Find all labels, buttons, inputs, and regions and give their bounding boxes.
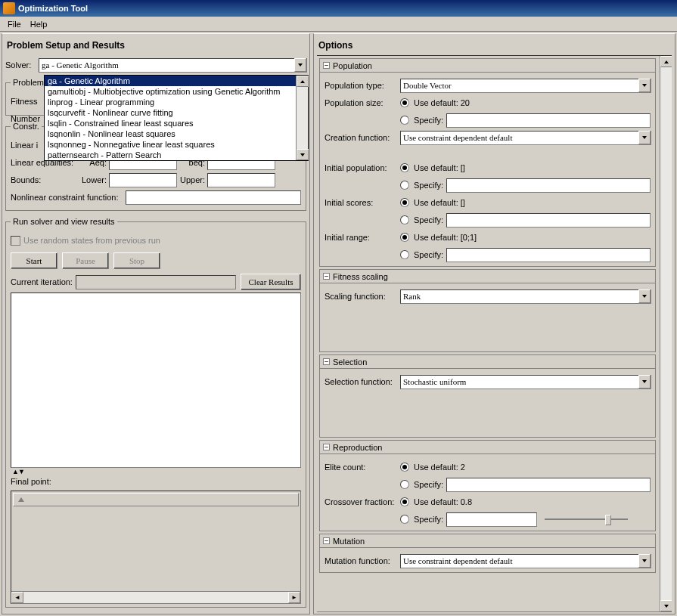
solver-option-linprog[interactable]: linprog - Linear programming (45, 97, 308, 107)
selection-combo[interactable] (400, 375, 651, 389)
elite-default-radio[interactable] (400, 463, 409, 472)
crossover-default-radio[interactable] (400, 497, 409, 506)
nlcon-label: Nonlinear constraint function: (11, 193, 123, 202)
section-fitness-scaling-title: Fitness scaling (333, 272, 388, 281)
init-range-default-radio[interactable] (400, 233, 409, 242)
final-point-header[interactable] (13, 493, 299, 506)
elite-specify-input[interactable] (446, 478, 651, 492)
scaling-dropdown-button[interactable] (638, 289, 651, 303)
mutation-combo[interactable] (400, 554, 651, 568)
results-textarea[interactable] (11, 293, 301, 468)
section-mutation-head[interactable]: − Mutation (320, 534, 655, 548)
section-mutation: − Mutation Mutation function: (319, 534, 656, 573)
collapse-icon[interactable]: − (323, 273, 330, 280)
crossover-specify-radio[interactable] (400, 515, 409, 524)
app-icon (3, 2, 15, 14)
init-scores-specify-input[interactable] (446, 213, 651, 228)
fitness-label: Fitness (11, 97, 37, 106)
mutation-label: Mutation function: (325, 556, 400, 565)
solver-option-gamultiobj[interactable]: gamultiobj - Multiobjective optimization… (45, 86, 308, 97)
crossover-slider[interactable] (545, 513, 628, 525)
scaling-label: Scaling function: (325, 292, 400, 301)
dropdown-scrollbar[interactable] (296, 76, 308, 160)
section-reproduction-head[interactable]: − Reproduction (320, 441, 655, 454)
solver-option-lsqlin[interactable]: lsqlin - Constrained linear least square… (45, 118, 308, 128)
final-point-hscroll[interactable]: ◄ ► (11, 591, 300, 603)
options-panel: Options − Population Population type: Po… (313, 33, 675, 614)
scroll-up-icon[interactable] (297, 76, 309, 87)
nlcon-input[interactable] (126, 190, 301, 205)
creation-combo[interactable] (400, 131, 651, 145)
selection-label: Selection function: (325, 377, 400, 386)
collapse-icon[interactable]: − (323, 537, 330, 544)
options-panel-title: Options (317, 37, 672, 55)
section-fitness-scaling-head[interactable]: − Fitness scaling (320, 270, 655, 283)
solver-option-lsqnonneg[interactable]: lsqnonneg - Nonnegative linear least squ… (45, 139, 308, 150)
sort-triangle-icon (18, 497, 24, 502)
linear-ineq-label: Linear i (11, 141, 38, 150)
upper-input[interactable] (207, 173, 275, 187)
pause-button[interactable]: Pause (62, 252, 109, 269)
pop-size-specify-label: Specify: (414, 116, 443, 125)
selection-dropdown-button[interactable] (638, 375, 651, 388)
init-pop-specify-radio[interactable] (400, 181, 409, 190)
init-pop-specify-input[interactable] (446, 178, 651, 193)
init-scores-specify-radio[interactable] (400, 215, 409, 224)
menu-file[interactable]: File (3, 18, 26, 30)
solver-option-ga[interactable]: ga - Genetic Algorithm (45, 76, 308, 86)
crossover-label: Crossover fraction: (325, 497, 400, 506)
init-range-specify-input[interactable] (446, 248, 651, 262)
pop-size-specify-radio[interactable] (400, 116, 409, 125)
collapse-icon[interactable]: − (323, 444, 330, 450)
crossover-specify-input[interactable] (446, 512, 537, 527)
scaling-combo[interactable] (400, 289, 651, 304)
start-button[interactable]: Start (11, 252, 57, 269)
crossover-default-label: Use default: 0.8 (414, 497, 472, 506)
section-mutation-title: Mutation (333, 537, 365, 546)
use-random-checkbox[interactable] (11, 236, 20, 246)
collapse-icon[interactable]: − (323, 358, 330, 365)
crossover-specify-label: Specify: (414, 515, 443, 524)
scroll-right-icon[interactable]: ► (288, 592, 300, 603)
elite-label: Elite count: (325, 463, 400, 472)
init-pop-specify-label: Specify: (414, 181, 443, 190)
solver-combo[interactable] (39, 58, 307, 73)
init-range-default-label: Use default: [0;1] (414, 233, 477, 242)
scroll-left-icon[interactable]: ◄ (11, 592, 23, 603)
splitter-handle[interactable]: ▲▼ (11, 468, 301, 475)
mutation-dropdown-button[interactable] (638, 554, 651, 568)
section-population: − Population Population type: Population… (319, 58, 656, 267)
solver-label: Solver: (5, 60, 36, 70)
init-range-label: Initial range: (325, 233, 400, 242)
solver-dropdown-list[interactable]: ga - Genetic Algorithm gamultiobj - Mult… (44, 75, 309, 161)
elite-specify-radio[interactable] (400, 480, 409, 489)
current-iter-field (76, 275, 236, 289)
pop-size-specify-input[interactable] (446, 113, 651, 128)
collapse-icon[interactable]: − (323, 62, 330, 69)
lower-input[interactable] (109, 173, 177, 187)
init-range-specify-radio[interactable] (400, 250, 409, 259)
init-pop-default-label: Use default: [] (414, 163, 465, 172)
section-fitness-scaling: − Fitness scaling Scaling function: (319, 269, 656, 352)
init-pop-default-radio[interactable] (400, 163, 409, 172)
elite-default-label: Use default: 2 (414, 463, 465, 472)
clear-results-button[interactable]: Clear Results (241, 274, 301, 290)
section-population-head[interactable]: − Population (320, 59, 655, 73)
stop-button[interactable]: Stop (113, 252, 160, 269)
scroll-down-icon[interactable] (660, 600, 672, 611)
pop-type-combo[interactable] (400, 79, 651, 93)
options-vscroll[interactable] (660, 56, 672, 611)
creation-dropdown-button[interactable] (638, 131, 651, 144)
solver-dropdown-button[interactable] (294, 58, 306, 72)
solver-option-lsqcurvefit[interactable]: lsqcurvefit - Nonlinear curve fitting (45, 107, 308, 118)
pop-size-default-radio[interactable] (400, 98, 409, 107)
init-scores-default-radio[interactable] (400, 198, 409, 207)
menu-help[interactable]: Help (26, 18, 52, 30)
section-selection-title: Selection (333, 358, 367, 367)
section-selection-head[interactable]: − Selection (320, 355, 655, 369)
scroll-up-icon[interactable] (660, 56, 672, 67)
pop-type-dropdown-button[interactable] (638, 79, 651, 92)
scroll-down-icon[interactable] (297, 149, 309, 160)
solver-option-lsqnonlin[interactable]: lsqnonlin - Nonlinear least squares (45, 128, 308, 139)
solver-option-patternsearch[interactable]: patternsearch - Pattern Search (45, 150, 308, 160)
